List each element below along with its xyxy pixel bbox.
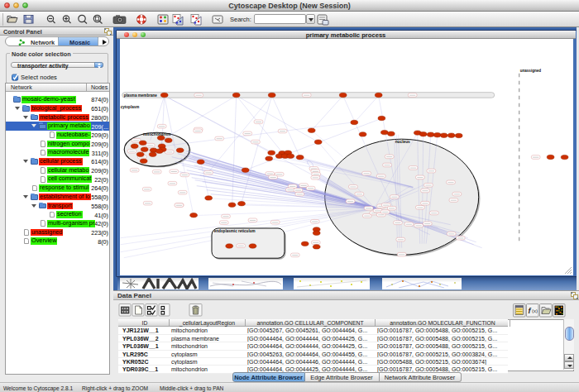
svg-text:cytoplasm: cytoplasm xyxy=(120,105,139,109)
svg-text:Search:: Search: xyxy=(230,16,251,23)
svg-text:mitochondrion: mitochondrion xyxy=(143,131,171,136)
svg-text:plasma membrane: plasma membrane xyxy=(123,93,157,97)
svg-text:endoplasmic reticulum: endoplasmic reticulum xyxy=(213,229,255,233)
svg-text:nucleus: nucleus xyxy=(395,139,409,143)
svg-text:(x): (x) xyxy=(532,308,538,313)
svg-text:unassigned: unassigned xyxy=(519,68,541,72)
